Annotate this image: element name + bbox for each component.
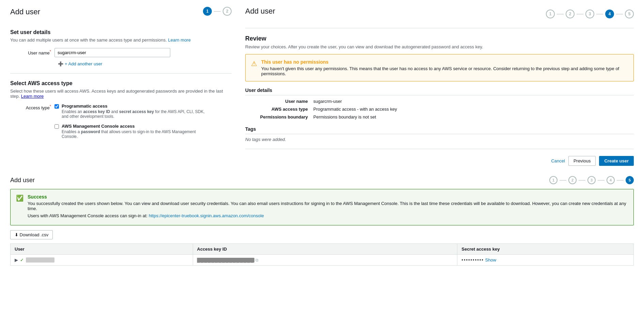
table-row: ▶ ✓ sugarcrm-user ████████████████ ⧉ •••… [11,255,634,266]
bottom-step-4: 4 [607,176,615,184]
programmatic-access-title: Programmatic access [62,104,205,109]
show-secret-link[interactable]: Show [485,257,497,263]
results-table-header: User Access key ID Secret access key [11,244,634,255]
detail-row-permissions-boundary: Permissions boundary Permissions boundar… [245,114,634,120]
access-key-redacted: ████████████████ [197,258,254,263]
access-type-title: Select AWS access type [10,80,232,86]
success-console-link[interactable]: https://epicenter-truebook.signin.aws.am… [149,213,264,218]
detail-label-permissions-boundary: Permissions boundary [245,114,313,120]
username-input[interactable] [54,48,170,57]
access-type-options: Programmatic access Enables an access ke… [54,104,205,139]
access-type-row: Access type* Programmatic access Enables… [10,104,232,139]
username-label: User name* [10,49,54,56]
bottom-panel-title: Add user [10,177,35,184]
left-panel: Add user 1 2 Set user details You can ad… [10,7,232,166]
programmatic-access-text: Programmatic access Enables an access ke… [62,104,205,119]
warning-text: You haven't given this user any permissi… [261,66,628,76]
results-table-body: ▶ ✓ sugarcrm-user ████████████████ ⧉ •••… [11,255,634,266]
review-title: Review [245,35,634,42]
col-access-key-id: Access key ID [193,244,457,255]
programmatic-access-option: Programmatic access Enables an access ke… [54,104,205,119]
console-access-checkbox[interactable] [54,124,59,129]
plus-icon: ➕ [58,61,63,66]
table-cell-user: ▶ ✓ sugarcrm-user [11,255,193,266]
set-user-details-title: Set user details [10,29,232,35]
bottom-step-2: 2 [568,176,577,184]
create-user-button[interactable]: Create user [599,156,634,166]
row-success-dot: ✓ [20,257,24,263]
left-wizard-steps: 1 2 [203,7,232,16]
access-type-section: Select AWS access type Select how these … [10,80,232,139]
right-wizard-steps: 1 2 3 4 5 [546,10,634,18]
programmatic-access-detail: Enables an access key ID and secret acce… [62,109,205,119]
success-box: ✅ Success You successfully created the u… [10,189,634,225]
review-desc: Review your choices. After you create th… [245,44,634,49]
tags-section: Tags No tags were added. [245,126,634,142]
right-panel-title: Add user [245,7,275,16]
detail-value-username: sugarcrm-user [313,99,342,104]
detail-value-access-type: Programmatic access - with an access key [313,107,397,112]
access-type-label: Access type* [10,104,54,110]
console-access-detail: Enables a password that allows users to … [62,129,205,139]
bottom-sep-3 [598,180,604,180]
warning-icon: ⚠ [251,60,257,68]
bottom-panel: Add user 1 2 3 4 5 [10,176,634,266]
access-type-desc: Select how these users will access AWS. … [10,89,232,99]
detail-row-access-type: AWS access type Programmatic access - wi… [245,107,634,112]
set-user-learn-more-link[interactable]: Learn more [168,37,190,43]
right-step-sep-2 [577,14,583,14]
detail-value-permissions-boundary: Permissions boundary is not set [313,114,376,120]
right-step-5: 5 [625,10,634,18]
right-panel: Add user 1 2 3 4 [245,7,634,166]
set-user-details-section: Set user details You can add multiple us… [10,29,232,66]
bottom-step-3: 3 [587,176,596,184]
results-table: User Access key ID Secret access key ▶ ✓… [10,243,634,266]
bottom-wizard-steps: 1 2 3 4 5 [549,176,634,184]
detail-row-username: User name sugarcrm-user [245,99,634,104]
col-secret-access-key: Secret access key [457,244,634,255]
download-csv-button[interactable]: ⬇ Download .csv [10,230,53,239]
add-another-button[interactable]: ➕ + Add another user [58,61,102,66]
success-icon: ✅ [16,194,23,202]
detail-label-access-type: AWS access type [245,107,313,112]
previous-button[interactable]: Previous [568,156,596,166]
right-step-sep-3 [596,14,603,14]
user-details-section: User details User name sugarcrm-user AWS… [245,88,634,120]
success-text: You successfully created the users shown… [28,201,628,211]
warning-content: This user has no permissions You haven't… [261,59,628,76]
cancel-button[interactable]: Cancel [551,158,565,163]
set-user-details-desc: You can add multiple users at once with … [10,37,232,43]
right-step-sep-1 [557,14,564,14]
console-access-title: AWS Management Console access [62,124,205,129]
add-another-container: ➕ + Add another user [58,61,232,66]
right-step-sep-4 [616,14,623,14]
secret-key-dots: •••••••••• [461,257,484,263]
right-top-divider [245,28,634,28]
right-step-1: 1 [546,10,555,18]
detail-label-username: User name [245,99,313,104]
row-username: sugarcrm-user [26,257,54,263]
tags-title: Tags [245,126,634,134]
success-title: Success [28,194,628,200]
left-divider-1 [10,73,232,74]
table-cell-secret: •••••••••• Show [457,255,634,266]
expand-row-button[interactable]: ▶ [15,257,18,263]
col-user: User [11,244,193,255]
warning-box: ⚠ This user has no permissions You haven… [245,54,634,81]
table-cell-access-key: ████████████████ ⧉ [193,255,457,266]
tags-empty: No tags were added. [245,137,634,142]
console-access-option: AWS Management Console access Enables a … [54,124,205,139]
right-panel-header: Add user 1 2 3 4 [245,7,634,21]
bottom-step-1: 1 [549,176,557,184]
review-section: Review Review your choices. After you cr… [245,35,634,81]
username-row: User name* [10,48,232,57]
left-panel-header: Add user 1 2 [10,7,232,22]
programmatic-access-checkbox[interactable] [54,104,59,109]
bottom-sep-2 [579,180,585,180]
right-step-2: 2 [566,10,575,18]
copy-access-key-button[interactable]: ⧉ [255,258,258,263]
access-learn-more-link[interactable]: Learn more [21,94,44,99]
bottom-step-5: 5 [626,176,634,184]
warning-title: This user has no permissions [261,59,628,65]
success-console-text: Users with AWS Management Console access… [28,213,628,218]
